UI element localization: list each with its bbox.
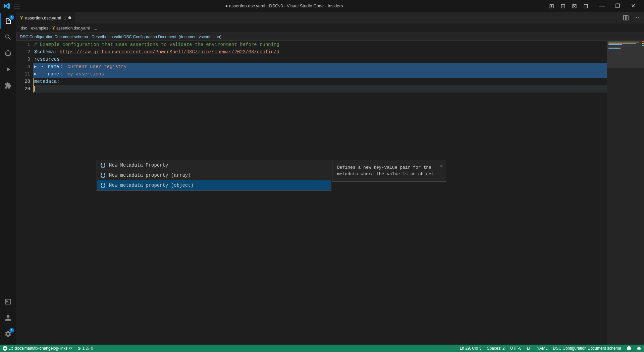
activity-run[interactable]	[0, 61, 16, 77]
fold-icon-11[interactable]: ▶	[34, 70, 37, 78]
autocomplete-dropdown[interactable]: {} New Metadata Property {} New metadata…	[97, 160, 331, 191]
code-line-29	[33, 85, 644, 93]
restore-button[interactable]: ❐	[610, 0, 625, 12]
svg-rect-1	[626, 15, 628, 20]
explorer-badge: 1	[9, 15, 14, 20]
cursor	[34, 86, 35, 92]
line-numbers: 1 2 3 4 11 28 29	[16, 41, 33, 345]
status-branch-icon: ⎇	[9, 346, 13, 351]
breadcrumb-yaml-icon: Y	[52, 26, 55, 31]
status-error-count: 1	[82, 346, 85, 351]
schema-tooltip: DSC Configuration Document schema - Desc…	[16, 33, 644, 41]
status-feedback[interactable]	[624, 345, 634, 352]
resources-key: resources	[34, 56, 60, 63]
status-schema-text: DSC Configuration Document schema	[553, 346, 621, 351]
code-line-2: $schema: https://raw.githubusercontent.c…	[33, 48, 644, 56]
split-editor-button[interactable]	[621, 13, 631, 22]
status-spaces-text: Spaces: 2	[487, 346, 504, 351]
menu-button[interactable]	[13, 2, 21, 10]
line-num-3: 3	[16, 56, 30, 63]
metadata-key: metadata	[34, 78, 57, 85]
doc-popup: ✕ Defines a new key-value pair for the m…	[332, 160, 446, 182]
code-line-28: metadata:	[33, 78, 644, 85]
autocomplete-label-2: New metadata property (array)	[109, 172, 191, 179]
status-warning-count: 0	[91, 346, 93, 351]
breadcrumb-more[interactable]: ...	[94, 26, 97, 31]
snippet-icon-2: {}	[100, 172, 106, 179]
svg-rect-0	[624, 15, 626, 20]
status-error-icon: ⊗	[77, 346, 81, 351]
code-editor[interactable]: # Example configuration that uses assert…	[33, 41, 644, 345]
activity-bar: 1 1	[0, 12, 16, 345]
activity-source-control[interactable]	[0, 45, 16, 61]
doc-close-button[interactable]: ✕	[440, 162, 443, 170]
status-language[interactable]: YAML	[534, 345, 550, 352]
activity-account[interactable]	[0, 310, 16, 326]
line-num-28: 28	[16, 78, 30, 85]
activity-terminal[interactable]	[0, 294, 16, 310]
line-num-2: 2	[16, 48, 30, 56]
status-encoding[interactable]: UTF-8	[507, 345, 524, 352]
line-num-4: 4	[16, 63, 30, 70]
status-line-ending[interactable]: LF	[524, 345, 534, 352]
tab-label: assertion.dsc.yaml	[25, 15, 61, 20]
status-branch: docs/main/fix-changelog-links	[15, 346, 67, 351]
status-language-text: YAML	[537, 346, 548, 351]
breadcrumb-dsc[interactable]: dsc	[21, 26, 27, 31]
snippet-icon-1: {}	[100, 162, 106, 169]
status-warning-icon: ⚠	[86, 346, 90, 351]
activity-extensions[interactable]	[0, 77, 16, 94]
titlebar: ● assertion.dsc.yaml - DSCv3 - Visual St…	[0, 0, 644, 12]
activity-search[interactable]	[0, 29, 16, 45]
status-right: Ln 29, Col 3 Spaces: 2 UTF-8 LF YAML DSC…	[457, 345, 644, 352]
yaml-icon: Y	[20, 15, 23, 20]
close-button[interactable]: ✕	[625, 0, 641, 12]
status-schema[interactable]: DSC Configuration Document schema	[550, 345, 624, 352]
layout-icon-4[interactable]: ⊡	[581, 1, 590, 11]
autocomplete-item-3[interactable]: {} New metadata property (object)	[97, 180, 331, 190]
layout-icon-3[interactable]: ⊠	[570, 1, 579, 11]
code-line-1: # Example configuration that uses assert…	[33, 41, 644, 48]
line-num-11: 11	[16, 70, 30, 78]
activity-explorer[interactable]: 1	[0, 13, 16, 29]
breadcrumb: dsc › examples › Y assertion.dsc.yaml › …	[16, 23, 644, 33]
minimize-button[interactable]: —	[594, 0, 610, 12]
more-actions-button[interactable]: ···	[632, 13, 641, 22]
status-spaces[interactable]: Spaces: 2	[484, 345, 507, 352]
autocomplete-item-2[interactable]: {} New metadata property (array)	[97, 170, 331, 180]
breadcrumb-examples[interactable]: examples	[31, 26, 48, 31]
breadcrumb-filename[interactable]: assertion.dsc.yaml	[56, 26, 90, 31]
settings-badge: 1	[9, 328, 14, 333]
status-position-text: Ln 29, Col 3	[460, 346, 482, 351]
schema-key: $schema	[34, 48, 54, 56]
window-title: ● assertion.dsc.yaml - DSCv3 - Visual St…	[21, 3, 547, 8]
status-line-ending-text: LF	[527, 346, 532, 351]
status-errors[interactable]: ⊗ 1 ⚠ 0	[75, 345, 96, 352]
comment-text: # Example configuration that uses assert…	[34, 41, 279, 48]
status-notifications[interactable]	[634, 345, 644, 352]
autocomplete-label-1: New Metadata Property	[109, 162, 168, 169]
code-line-3: resources:	[33, 56, 644, 63]
schema-url: https://raw.githubusercontent.com/PowerS…	[60, 48, 279, 56]
minimap	[607, 41, 644, 345]
editor-content[interactable]: 1 2 3 4 11 28 29 # Example configuration…	[16, 41, 644, 345]
snippet-icon-3: {}	[100, 182, 106, 189]
tab-number: 1	[64, 15, 66, 20]
layout-icon-2[interactable]: ⊟	[558, 1, 568, 11]
line-num-29: 29	[16, 85, 30, 93]
fold-icon-4[interactable]: ▶	[34, 63, 37, 70]
tabs-actions: ···	[621, 13, 644, 22]
status-position[interactable]: Ln 29, Col 3	[457, 345, 484, 352]
doc-popup-text: Defines a new key-value pair for the met…	[337, 165, 436, 177]
activity-settings[interactable]: 1	[0, 326, 16, 342]
status-encoding-text: UTF-8	[510, 346, 522, 351]
tabs-bar: Y assertion.dsc.yaml 1 ···	[16, 12, 644, 23]
status-remote[interactable]: ⎇ docs/main/fix-changelog-links ↻	[0, 345, 75, 352]
vscode-icon	[3, 3, 10, 9]
line-num-1: 1	[16, 41, 30, 48]
autocomplete-item-1[interactable]: {} New Metadata Property	[97, 160, 331, 170]
code-line-4: ▶ - name: current user registry···	[33, 63, 644, 70]
layout-icon-1[interactable]: ⊞	[547, 1, 556, 11]
schema-tooltip-text: DSC Configuration Document schema - Desc…	[20, 35, 221, 39]
tab-assertion-yaml[interactable]: Y assertion.dsc.yaml 1	[16, 12, 75, 23]
